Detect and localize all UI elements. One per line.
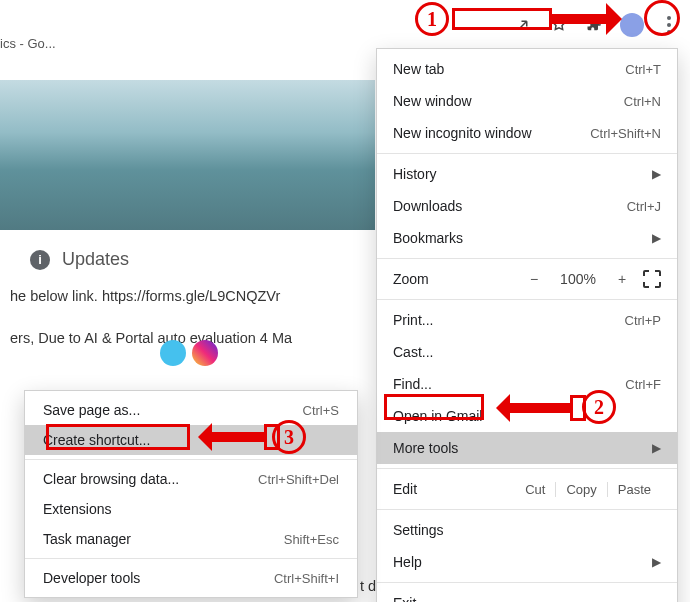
menu-label: New incognito window bbox=[393, 125, 532, 141]
menu-shortcut: Ctrl+J bbox=[627, 199, 661, 214]
menu-incognito[interactable]: New incognito window Ctrl+Shift+N bbox=[377, 117, 677, 149]
menu-new-window[interactable]: New window Ctrl+N bbox=[377, 85, 677, 117]
chrome-main-menu: New tab Ctrl+T New window Ctrl+N New inc… bbox=[376, 48, 678, 602]
menu-separator bbox=[377, 582, 677, 583]
menu-new-tab[interactable]: New tab Ctrl+T bbox=[377, 53, 677, 85]
zoom-out-button[interactable]: − bbox=[527, 271, 541, 287]
annotation-box-3 bbox=[46, 424, 190, 450]
submenu-shortcut: Ctrl+S bbox=[303, 403, 339, 418]
edit-cut[interactable]: Cut bbox=[515, 482, 555, 497]
menu-label: Edit bbox=[393, 481, 417, 497]
submenu-label: Extensions bbox=[43, 501, 111, 517]
submenu-separator bbox=[25, 459, 357, 460]
submenu-separator bbox=[25, 558, 357, 559]
info-icon: i bbox=[30, 250, 50, 270]
submenu-label: Task manager bbox=[43, 531, 131, 547]
zoom-value: 100% bbox=[555, 271, 601, 287]
menu-label: Settings bbox=[393, 522, 444, 538]
page-card: i Updates he below link. https://forms.g… bbox=[0, 235, 370, 352]
menu-print[interactable]: Print... Ctrl+P bbox=[377, 304, 677, 336]
annotation-target-circle-1 bbox=[644, 0, 680, 36]
menu-label: More tools bbox=[393, 440, 458, 456]
menu-downloads[interactable]: Downloads Ctrl+J bbox=[377, 190, 677, 222]
page-hero-image bbox=[0, 80, 375, 230]
menu-shortcut: Ctrl+F bbox=[625, 377, 661, 392]
menu-label: Downloads bbox=[393, 198, 462, 214]
twitter-icon bbox=[160, 340, 186, 366]
annotation-arrow-2 bbox=[510, 403, 570, 413]
menu-exit[interactable]: Exit bbox=[377, 587, 677, 602]
more-tools-submenu: Save page as... Ctrl+S Create shortcut..… bbox=[24, 390, 358, 598]
menu-history[interactable]: History ▶ bbox=[377, 158, 677, 190]
annotation-number: 2 bbox=[594, 396, 604, 419]
submenu-shortcut: Ctrl+Shift+Del bbox=[258, 472, 339, 487]
chevron-right-icon: ▶ bbox=[652, 441, 661, 455]
menu-label: Exit bbox=[393, 595, 416, 602]
edit-paste[interactable]: Paste bbox=[607, 482, 661, 497]
menu-separator bbox=[377, 153, 677, 154]
menu-label: New window bbox=[393, 93, 472, 109]
menu-label: Help bbox=[393, 554, 422, 570]
menu-more-tools[interactable]: More tools ▶ bbox=[377, 432, 677, 464]
submenu-label: Developer tools bbox=[43, 570, 140, 586]
annotation-arrow-3 bbox=[212, 432, 264, 442]
submenu-extensions[interactable]: Extensions bbox=[25, 494, 357, 524]
menu-cast[interactable]: Cast... bbox=[377, 336, 677, 368]
menu-shortcut: Ctrl+P bbox=[625, 313, 661, 328]
menu-separator bbox=[377, 468, 677, 469]
annotation-arrow-1-box bbox=[452, 8, 552, 30]
social-icons bbox=[160, 340, 218, 366]
menu-label: Cast... bbox=[393, 344, 433, 360]
chevron-right-icon: ▶ bbox=[652, 555, 661, 569]
edit-copy[interactable]: Copy bbox=[555, 482, 606, 497]
menu-separator bbox=[377, 299, 677, 300]
browser-tab-title: ics - Go... bbox=[0, 36, 56, 51]
annotation-circle-1: 1 bbox=[415, 2, 449, 36]
menu-shortcut: Ctrl+T bbox=[625, 62, 661, 77]
chevron-right-icon: ▶ bbox=[652, 167, 661, 181]
menu-label: Zoom bbox=[393, 271, 429, 287]
menu-label: Find... bbox=[393, 376, 432, 392]
submenu-label: Save page as... bbox=[43, 402, 140, 418]
zoom-in-button[interactable]: + bbox=[615, 271, 629, 287]
annotation-number: 3 bbox=[284, 426, 294, 449]
submenu-save-page-as[interactable]: Save page as... Ctrl+S bbox=[25, 395, 357, 425]
annotation-number: 1 bbox=[427, 8, 437, 31]
menu-label: Bookmarks bbox=[393, 230, 463, 246]
chevron-right-icon: ▶ bbox=[652, 231, 661, 245]
submenu-shortcut: Ctrl+Shift+I bbox=[274, 571, 339, 586]
submenu-label: Clear browsing data... bbox=[43, 471, 179, 487]
annotation-circle-2: 2 bbox=[582, 390, 616, 424]
menu-separator bbox=[377, 509, 677, 510]
menu-label: New tab bbox=[393, 61, 444, 77]
annotation-arrow-1 bbox=[552, 14, 606, 24]
menu-shortcut: Ctrl+N bbox=[624, 94, 661, 109]
menu-help[interactable]: Help ▶ bbox=[377, 546, 677, 578]
fullscreen-icon[interactable] bbox=[643, 270, 661, 288]
submenu-task-manager[interactable]: Task manager Shift+Esc bbox=[25, 524, 357, 554]
annotation-box-2 bbox=[384, 394, 484, 420]
updates-label: Updates bbox=[62, 249, 129, 270]
instagram-icon bbox=[192, 340, 218, 366]
menu-bookmarks[interactable]: Bookmarks ▶ bbox=[377, 222, 677, 254]
submenu-shortcut: Shift+Esc bbox=[284, 532, 339, 547]
menu-edit-row: Edit Cut Copy Paste bbox=[377, 473, 677, 505]
annotation-circle-3: 3 bbox=[272, 420, 306, 454]
menu-zoom: Zoom − 100% + bbox=[377, 263, 677, 295]
menu-shortcut: Ctrl+Shift+N bbox=[590, 126, 661, 141]
menu-separator bbox=[377, 258, 677, 259]
menu-settings[interactable]: Settings bbox=[377, 514, 677, 546]
submenu-clear-browsing-data[interactable]: Clear browsing data... Ctrl+Shift+Del bbox=[25, 464, 357, 494]
submenu-developer-tools[interactable]: Developer tools Ctrl+Shift+I bbox=[25, 563, 357, 593]
menu-label: Print... bbox=[393, 312, 433, 328]
page-text-line-1: he below link. https://forms.gle/L9CNQZV… bbox=[10, 288, 360, 330]
menu-label: History bbox=[393, 166, 437, 182]
